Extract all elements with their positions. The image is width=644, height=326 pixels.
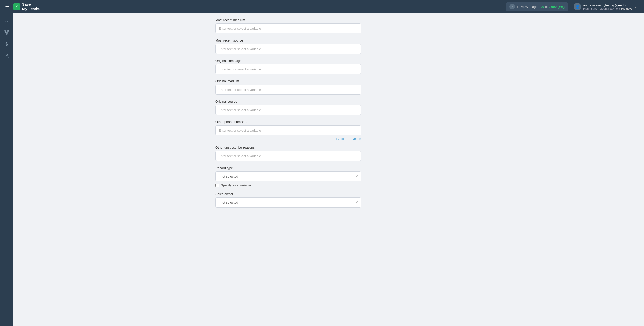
leads-label: LEADS usage:: [517, 5, 538, 9]
svg-rect-0: [5, 30, 6, 31]
original-campaign-input[interactable]: [215, 64, 361, 74]
original-medium-label: Original medium: [215, 79, 361, 83]
other-unsubscribe-reasons-label: Other unsubscribe reasons: [215, 146, 361, 149]
sales-owner-label: Sales owner: [215, 192, 361, 196]
sidebar-item-billing[interactable]: $: [2, 39, 11, 49]
record-type-specify-checkbox[interactable]: [215, 184, 219, 187]
logo-icon: ✓: [13, 3, 20, 10]
add-delete-row: + Add — Delete: [215, 137, 361, 141]
sidebar-item-home[interactable]: ⌂: [2, 16, 11, 26]
field-original-campaign: Original campaign: [215, 59, 361, 74]
main-content: Most recent medium Most recent source Or…: [13, 13, 564, 326]
leads-count: 90 of 2'000 (5%): [540, 5, 565, 9]
add-phone-button[interactable]: + Add: [336, 137, 344, 141]
right-panel: [564, 13, 644, 326]
most-recent-source-input[interactable]: [215, 44, 361, 54]
account-info: andrewsavemyleads@gmail.com Plan | Start…: [583, 3, 632, 10]
account-plan: Plan | Start | left until payment 369 da…: [583, 7, 632, 10]
field-most-recent-medium: Most recent medium: [215, 18, 361, 33]
field-most-recent-source: Most recent source: [215, 38, 361, 54]
field-sales-owner: Sales owner - not selected -: [215, 192, 361, 208]
field-other-unsubscribe-reasons: Other unsubscribe reasons: [215, 146, 361, 161]
original-source-input[interactable]: [215, 105, 361, 115]
leads-usage: i LEADS usage: 90 of 2'000 (5%): [506, 2, 568, 11]
most-recent-medium-label: Most recent medium: [215, 18, 361, 22]
svg-rect-2: [6, 33, 7, 34]
logo-text: Save My Leads.: [22, 2, 41, 11]
sales-owner-wrapper: - not selected -: [215, 197, 361, 208]
record-type-select[interactable]: - not selected -: [215, 171, 361, 181]
original-source-label: Original source: [215, 100, 361, 103]
svg-rect-1: [7, 30, 9, 31]
account-email: andrewsavemyleads@gmail.com: [583, 3, 632, 7]
record-type-wrapper: - not selected -: [215, 171, 361, 181]
other-phone-numbers-input[interactable]: [215, 125, 361, 135]
other-unsubscribe-reasons-input[interactable]: [215, 151, 361, 161]
delete-phone-button[interactable]: — Delete: [348, 137, 361, 141]
sales-owner-select[interactable]: - not selected -: [215, 197, 361, 208]
field-original-source: Original source: [215, 100, 361, 115]
logo: ✓ Save My Leads.: [13, 2, 41, 11]
info-icon: i: [509, 4, 515, 9]
account-section[interactable]: 👤 andrewsavemyleads@gmail.com Plan | Sta…: [571, 2, 640, 11]
form-container: Most recent medium Most recent source Or…: [208, 13, 369, 223]
sidebar-item-connections[interactable]: [2, 28, 11, 37]
sidebar: ⌂ $: [0, 13, 13, 326]
record-type-specify-row: Specify as a variable: [215, 183, 361, 187]
account-chevron-icon[interactable]: ⌄: [634, 5, 637, 9]
field-record-type: Record type - not selected - Specify as …: [215, 166, 361, 187]
menu-icon[interactable]: ☰: [4, 3, 10, 10]
other-phone-numbers-label: Other phone numbers: [215, 120, 361, 124]
field-original-medium: Original medium: [215, 79, 361, 95]
topbar: ☰ ✓ Save My Leads. i LEADS usage: 90 of …: [0, 0, 644, 13]
most-recent-medium-input[interactable]: [215, 23, 361, 33]
original-campaign-label: Original campaign: [215, 59, 361, 63]
record-type-specify-label: Specify as a variable: [221, 183, 251, 187]
most-recent-source-label: Most recent source: [215, 38, 361, 42]
sidebar-item-profile[interactable]: [2, 51, 11, 60]
record-type-label: Record type: [215, 166, 361, 170]
avatar: 👤: [574, 3, 581, 10]
field-other-phone-numbers: Other phone numbers + Add — Delete: [215, 120, 361, 141]
original-medium-input[interactable]: [215, 85, 361, 95]
